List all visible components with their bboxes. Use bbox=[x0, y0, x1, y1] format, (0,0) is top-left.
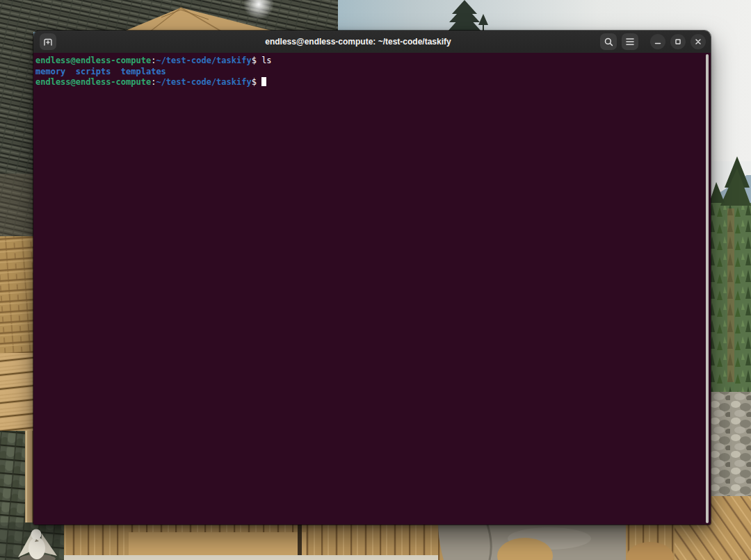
new-tab-button[interactable] bbox=[40, 33, 56, 50]
prompt-dollar: $ bbox=[252, 56, 261, 65]
scrollbar-thumb[interactable] bbox=[706, 54, 709, 523]
rock-scree bbox=[704, 392, 751, 496]
directory-name: templates bbox=[121, 67, 166, 76]
prompt-dollar: $ bbox=[252, 77, 261, 87]
search-icon bbox=[604, 37, 614, 47]
directory-name: memory bbox=[35, 67, 65, 76]
prompt-user-host: endless@endless-compute bbox=[35, 56, 151, 65]
tab-new-icon bbox=[42, 36, 54, 47]
text-cursor bbox=[261, 77, 266, 86]
directory-name: scripts bbox=[76, 67, 111, 76]
terminal-screen[interactable]: endless@endless-compute:~/test-code/task… bbox=[33, 53, 711, 525]
terminal-window: endless@endless-compute: ~/test-code/tas… bbox=[33, 31, 711, 525]
titlebar-actions bbox=[600, 33, 706, 50]
prompt-path: ~/test-code/taskify bbox=[156, 56, 251, 65]
minimize-button[interactable] bbox=[650, 34, 665, 49]
window-titlebar[interactable]: endless@endless-compute: ~/test-code/tas… bbox=[33, 31, 711, 53]
close-button[interactable] bbox=[691, 34, 706, 49]
minimize-icon bbox=[654, 38, 662, 46]
lodge-left-wall bbox=[0, 31, 33, 525]
maximize-button[interactable] bbox=[670, 34, 686, 49]
prompt-path: ~/test-code/taskify bbox=[156, 77, 251, 87]
desktop: endless@endless-compute: ~/test-code/tas… bbox=[0, 0, 751, 560]
close-icon bbox=[694, 38, 702, 46]
terminal-line-prompt-2: endless@endless-compute:~/test-code/task… bbox=[35, 77, 709, 88]
command-text: ls bbox=[261, 56, 271, 65]
menu-button[interactable] bbox=[622, 33, 638, 50]
prompt-user-host: endless@endless-compute bbox=[35, 77, 151, 87]
terminal-line-prompt-1: endless@endless-compute:~/test-code/task… bbox=[35, 56, 709, 67]
hamburger-menu-icon bbox=[625, 38, 635, 46]
terminal-line-ls-output: memoryscriptstemplates bbox=[35, 67, 709, 78]
window-title: endless@endless-compute: ~/test-code/tas… bbox=[117, 31, 599, 53]
maximize-icon bbox=[674, 38, 682, 46]
search-button[interactable] bbox=[600, 33, 617, 50]
